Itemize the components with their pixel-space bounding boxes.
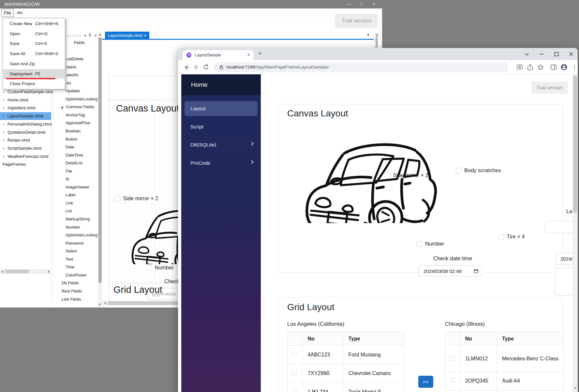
tree-expander-icon[interactable]: ▷ xyxy=(3,104,5,112)
scroll-up-icon[interactable] xyxy=(98,34,101,36)
menu-item-open[interactable]: OpenCtrl+O xyxy=(3,29,65,38)
tree-hscroll-thumb[interactable] xyxy=(5,270,29,273)
tree-item-recipe-clmd[interactable]: ▷Recipe.clmd xyxy=(0,136,51,144)
table-row[interactable]: 2OPQ345Audi A4 xyxy=(445,372,563,390)
menu-item-shortcut: Ctrl+S xyxy=(35,41,47,46)
kebab-menu-icon[interactable] xyxy=(571,63,578,71)
panel-close-icon[interactable]: ✕ xyxy=(93,33,98,38)
tree-expander-icon[interactable]: ▷ xyxy=(3,120,5,128)
ide-close-icon[interactable]: × xyxy=(368,0,380,8)
tree-expander-icon[interactable]: ▷ xyxy=(3,128,5,136)
scroll-right-icon[interactable] xyxy=(48,270,50,273)
scroll-left-icon[interactable] xyxy=(1,270,3,273)
address-bar[interactable]: localhost:7169/App/MainPageFrame/LayoutS… xyxy=(214,62,509,72)
sidebar-item-procode[interactable]: ProCode xyxy=(185,156,258,171)
browser-close-icon[interactable] xyxy=(566,50,576,58)
back-icon[interactable] xyxy=(183,63,190,71)
table-row[interactable]: 7XYZ890Chevrolet Camaro xyxy=(288,364,404,383)
sidebar-item-script[interactable]: Script xyxy=(185,119,258,134)
file-menu-button[interactable]: File xyxy=(1,9,14,17)
tree-item-personalinfodialog-clmd[interactable]: ▷PersonalInfoDialog.clmd xyxy=(0,120,51,128)
menu-item-label: Save xyxy=(10,41,20,46)
column-header-no: No xyxy=(302,332,343,346)
chevron-right-icon xyxy=(250,160,253,164)
tab-search-chevron-icon[interactable] xyxy=(522,50,532,58)
check-datetime-input[interactable]: 2024/03/08 02:46 xyxy=(419,265,482,277)
sidebar-home[interactable]: Home xyxy=(181,74,261,95)
sidebar-item-layout[interactable]: Layout xyxy=(185,101,258,116)
share-icon[interactable] xyxy=(526,63,534,71)
etc-menu-item[interactable]: etc. xyxy=(17,10,24,15)
tab-close-icon[interactable]: ✕ xyxy=(144,32,147,39)
lock-icon xyxy=(219,65,224,70)
scroll-down-icon[interactable] xyxy=(98,304,101,306)
menu-item-save[interactable]: SaveCtrl+S xyxy=(3,39,65,48)
row-checkbox[interactable] xyxy=(292,389,297,392)
tree-item-label: QuotationDetail.clmd xyxy=(7,128,45,136)
tree-item-label: PageFrames xyxy=(3,160,26,168)
browser-vscrollbar[interactable] xyxy=(572,74,578,392)
ide-maximize-icon[interactable]: □ xyxy=(355,0,368,8)
tree-expander-icon[interactable]: ▷ xyxy=(3,136,5,144)
panel-pin-icon[interactable] xyxy=(88,33,93,38)
split-screen-icon[interactable] xyxy=(550,63,557,71)
tree-expander-icon[interactable]: ▷ xyxy=(3,153,5,160)
browser-minimize-icon[interactable] xyxy=(537,50,546,58)
row-checkbox[interactable] xyxy=(292,370,297,375)
number-checkbox[interactable] xyxy=(417,241,423,247)
move-right-button[interactable]: >> xyxy=(418,376,433,388)
document-tab-layoutsample[interactable]: LayoutSample.clmd ✕ xyxy=(105,32,149,39)
sidebar-item-db-sqlite[interactable]: DB(SQLite) xyxy=(185,137,258,152)
forward-icon[interactable] xyxy=(192,63,200,71)
body-scratches-checkbox[interactable] xyxy=(456,168,462,173)
refresh-icon[interactable] xyxy=(202,63,210,71)
profile-avatar[interactable] xyxy=(560,63,568,71)
scroll-left-icon[interactable] xyxy=(104,302,106,305)
tree-expander-icon[interactable]: ▷ xyxy=(3,112,5,120)
translate-icon[interactable] xyxy=(516,63,524,71)
menu-item-create-new[interactable]: Create NewCtrl+Shift+N xyxy=(3,19,65,28)
fields-vscrollbar[interactable] xyxy=(98,32,102,308)
panel-dropdown-icon[interactable]: ▾ xyxy=(83,33,87,38)
fields-vscroll-thumb[interactable] xyxy=(98,38,102,283)
tire-checkbox[interactable] xyxy=(498,234,504,240)
side-mirror-checkbox[interactable] xyxy=(384,173,390,178)
new-tab-icon[interactable]: + xyxy=(258,50,262,57)
number-checkbox[interactable] xyxy=(146,265,152,270)
browser-maximize-icon[interactable] xyxy=(552,50,561,58)
row-checkbox[interactable] xyxy=(292,352,297,357)
table-row[interactable]: 4ABC123Ford Mustang xyxy=(288,346,404,364)
table-row[interactable]: 1LMN012Mercedes-Benz C-Class xyxy=(445,346,563,372)
tree-item-home-clmd[interactable]: ▷Home.clmd xyxy=(0,96,51,104)
table-row[interactable]: 3RST567Lexus RX xyxy=(445,390,563,392)
ide-minimize-icon[interactable]: — xyxy=(343,0,355,8)
document-list-dropdown-icon[interactable]: ▼ xyxy=(366,33,370,37)
menu-item-close-project[interactable]: Close Project xyxy=(3,79,65,88)
tree-expander-icon[interactable]: ▷ xyxy=(3,144,5,152)
tree-item-ingredient-clmd[interactable]: ▷Ingredient.clmd xyxy=(0,104,51,112)
browser-tab[interactable]: LayoutSample ✕ xyxy=(183,50,254,60)
tree-expander-icon[interactable]: ▷ xyxy=(3,96,5,104)
browser-vscroll-thumb[interactable] xyxy=(573,76,577,213)
tree-item-layoutsample-clmd[interactable]: ▷LayoutSample.clmd xyxy=(0,112,51,120)
section-expanded-icon[interactable]: ◢ xyxy=(61,104,63,110)
ide-titlebar[interactable]: MAINWINDOW — □ × xyxy=(0,0,382,8)
menu-item-save-all[interactable]: Save AllCtrl+Shift+S xyxy=(3,49,65,58)
table-row[interactable]: 1JKL234Tesla Model S xyxy=(288,383,404,392)
menu-item-save-and-zip[interactable]: Save And Zip xyxy=(3,59,65,68)
tab-close-icon[interactable]: ✕ xyxy=(247,53,250,57)
url-text[interactable]: localhost:7169/App/MainPageFrame/LayoutS… xyxy=(227,65,330,69)
bookmark-star-icon[interactable] xyxy=(537,63,544,71)
row-checkbox[interactable] xyxy=(450,355,455,361)
tree-item-scriptsample-clmd[interactable]: ▷ScriptSample.clmd xyxy=(0,144,51,152)
menu-item-deployment[interactable]: DeploymentF5 xyxy=(3,69,65,79)
tree-item-weatherforecast-clmd[interactable]: ▷WeatherForecast.clmd xyxy=(0,153,51,160)
sidebar-item-label: Script xyxy=(190,119,203,134)
row-checkbox[interactable] xyxy=(450,378,455,383)
tree-item-quotationdetail-clmd[interactable]: ▷QuotationDetail.clmd xyxy=(0,128,51,136)
tree-item-pageframes[interactable]: PageFrames xyxy=(0,160,51,168)
tree-hscrollbar[interactable] xyxy=(0,269,51,274)
scroll-down-icon[interactable] xyxy=(574,387,576,389)
fields-top-item[interactable]: Fields xyxy=(74,40,85,46)
side-mirror-checkbox[interactable] xyxy=(114,196,120,202)
